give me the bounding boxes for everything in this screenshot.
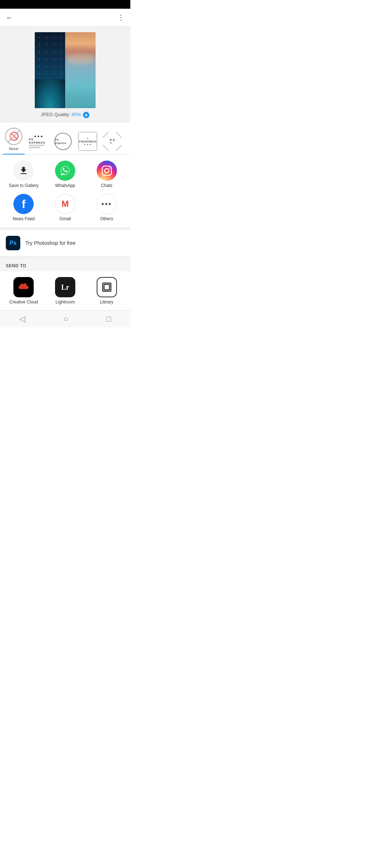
share-item-whatsapp[interactable]: WhatsApp: [45, 161, 86, 188]
watermark-ps3-icon-box: ✦ PSEXPRESS ✦ ✦ ✦: [78, 132, 97, 151]
save-to-gallery-icon: [13, 161, 34, 181]
whatsapp-label: WhatsApp: [55, 183, 75, 188]
gmail-label: Gmail: [59, 216, 71, 221]
send-to-library[interactable]: Library: [86, 277, 127, 305]
image-left: [35, 32, 65, 108]
watermark-ps1-icon-box: ▲▲▲ PS EXPRESS PHOTOSHOP EXPRESS: [29, 132, 48, 151]
send-to-grid: Creative Cloud Lr Lightroom Library: [0, 271, 130, 310]
facebook-f: f: [22, 197, 26, 211]
svg-rect-1: [104, 285, 109, 290]
photoshop-promo[interactable]: Ps Try Photoshop for free: [0, 230, 130, 256]
quality-star-icon[interactable]: ★: [83, 112, 89, 118]
send-to-lightroom[interactable]: Lr Lightroom: [45, 277, 86, 305]
facebook-label: News Feed: [13, 216, 35, 221]
person-icon: 🚫: [9, 132, 19, 141]
nav-recents-button[interactable]: □: [106, 314, 111, 324]
library-label: Library: [100, 299, 113, 305]
others-dots: •••: [101, 199, 112, 209]
divider-2: [0, 256, 130, 259]
facebook-icon: f: [13, 194, 34, 214]
watermark-none[interactable]: 🚫 None: [3, 127, 25, 154]
watermark-ps4[interactable]: P S ✦: [101, 132, 123, 154]
library-icon: [97, 277, 117, 297]
watermark-selector: 🚫 None ▲▲▲ PS EXPRESS PHOTOSHOP EXPRESS …: [0, 123, 130, 155]
nav-back-button[interactable]: ◁: [19, 314, 25, 324]
jpeg-value: 85%: [72, 112, 81, 117]
bottom-nav: ◁ ○ □: [0, 310, 130, 327]
lightroom-label: Lightroom: [55, 299, 75, 305]
share-item-save[interactable]: Save to Gallery: [3, 161, 45, 188]
top-nav: ← ⋮: [0, 9, 130, 26]
send-to-header: SEND TO: [0, 259, 130, 271]
instagram-icon: [97, 161, 117, 181]
photoshop-icon: Ps: [6, 236, 20, 250]
others-icon: •••: [97, 194, 117, 214]
watermark-ps2[interactable]: PS Express: [52, 132, 74, 154]
more-options-button[interactable]: ⋮: [117, 13, 125, 22]
instagram-label: Chats: [101, 183, 112, 188]
save-to-gallery-label: Save to Gallery: [9, 183, 38, 188]
share-grid: Save to Gallery WhatsApp Chats f News Fe…: [0, 155, 130, 227]
whatsapp-icon: [55, 161, 75, 181]
share-item-instagram[interactable]: Chats: [86, 161, 127, 188]
jpeg-label: JPEG Quality:: [41, 112, 71, 117]
divider-1: [0, 227, 130, 230]
stars-overlay: [35, 32, 65, 108]
others-label: Others: [100, 216, 113, 221]
share-item-facebook[interactable]: f News Feed: [3, 194, 45, 221]
creative-cloud-label: Creative Cloud: [9, 299, 38, 305]
no-watermark-icon: 🚫: [5, 128, 22, 145]
preview-area: JPEG Quality: 85% ★: [0, 26, 130, 123]
lightroom-icon: Lr: [55, 277, 75, 297]
gmail-m-icon: M: [62, 200, 69, 208]
gmail-icon: M: [55, 194, 75, 214]
send-to-creative-cloud[interactable]: Creative Cloud: [3, 277, 45, 305]
watermark-ps2-icon-box: PS Express: [54, 132, 72, 151]
watermark-ps1[interactable]: ▲▲▲ PS EXPRESS PHOTOSHOP EXPRESS: [28, 132, 49, 154]
watermark-ps3[interactable]: ✦ PSEXPRESS ✦ ✦ ✦: [77, 132, 98, 154]
nav-home-button[interactable]: ○: [63, 314, 68, 324]
watermark-none-icon-box: 🚫: [4, 127, 23, 146]
image-right: [65, 32, 96, 108]
share-item-others[interactable]: ••• Others: [86, 194, 127, 221]
back-button[interactable]: ←: [6, 13, 13, 22]
image-preview: [35, 32, 96, 108]
ps-promo-label: Try Photoshop for free: [25, 240, 76, 246]
jpeg-quality: JPEG Quality: 85% ★: [41, 112, 90, 118]
creative-cloud-icon: [13, 277, 34, 297]
watermark-none-label: None: [9, 146, 18, 151]
status-bar: [0, 0, 130, 9]
share-item-gmail[interactable]: M Gmail: [45, 194, 86, 221]
watermark-ps4-icon-box: P S ✦: [103, 132, 122, 151]
